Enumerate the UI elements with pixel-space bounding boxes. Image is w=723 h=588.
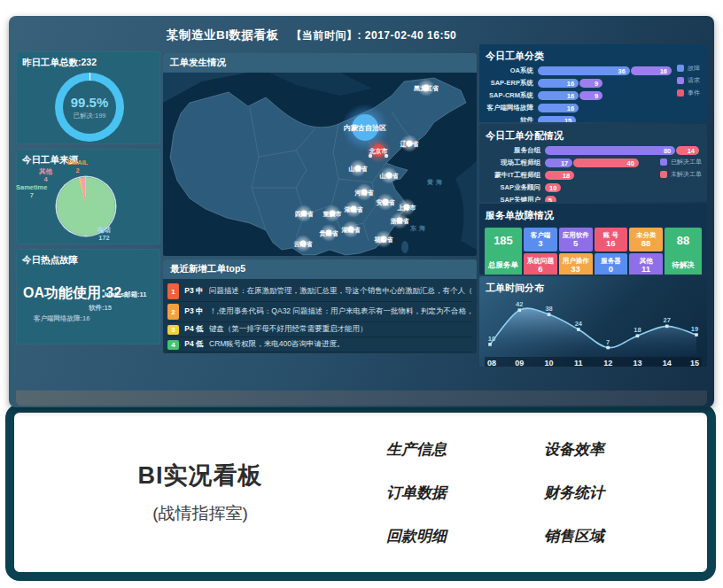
brand-title: BI实况看板 xyxy=(103,460,298,491)
bar-segment-请求: 9 xyxy=(579,79,602,88)
tile-应用软件: 应用软件5 xyxy=(559,228,593,251)
menu-item-order-data[interactable]: 订单数据 xyxy=(386,483,447,503)
legend-item-事件: 事件 xyxy=(677,89,700,97)
top5-priority: P4 低 xyxy=(179,324,209,335)
menu-item-payment-detail[interactable]: 回款明细 xyxy=(386,526,447,546)
map-bubble-label: 湖南省 xyxy=(341,227,362,234)
pie-label-EMAIL: EMAIL2 xyxy=(67,159,88,174)
brand-subtitle: (战情指挥室) xyxy=(103,502,298,525)
bar-track: 1740 xyxy=(545,159,640,167)
dashboard-bottom-bezel xyxy=(16,391,707,406)
bar-track: 10 xyxy=(545,183,562,192)
menu-item-sales-region[interactable]: 销售区域 xyxy=(544,526,604,546)
top5-row: 5P4 低退回或者作废操作。文件编号：175097 询问工程师是否可以处理。 需… xyxy=(167,352,472,353)
legend-item-故障: 故障 xyxy=(677,64,700,73)
tile-服务器: 服务器0 xyxy=(595,253,628,275)
svg-text:42: 42 xyxy=(516,300,523,308)
top5-description: CRM账号权限，来电400咨询申请进度。 xyxy=(209,339,472,350)
svg-text:10: 10 xyxy=(545,359,554,367)
panel-ticket-map: 工单发生情况 xyxy=(163,53,477,256)
bar-segment-故障: 16 xyxy=(538,79,579,88)
hotspot-word: 客户端网络故障:16 xyxy=(34,314,89,323)
tile-cell-value: 0 xyxy=(609,265,613,274)
map-bubble-label: 安徽省 xyxy=(377,198,396,206)
map-bubble-label: 重庆市 xyxy=(323,210,342,218)
svg-text:15: 15 xyxy=(690,359,699,367)
tile-cell-value: 33 xyxy=(571,265,580,274)
current-time-label: 【当前时间】: 2017-02-40 16:50 xyxy=(292,29,457,42)
allocation-legend: 已解决工单未解决工单 xyxy=(660,158,702,179)
footer-card: BI实况看板 (战情指挥室) 生产信息 设备效率 订单数据 财务统计 回款明细 … xyxy=(5,404,716,581)
hotspot-word: Inotes邮箱:11 xyxy=(105,290,147,299)
menu-item-equipment-efficiency[interactable]: 设备效率 xyxy=(544,439,604,460)
middle-column: 工单发生情况 xyxy=(163,53,477,353)
map-bubble-label: 黑龙江省 xyxy=(414,85,439,92)
tile-cell-value: 3 xyxy=(538,239,542,248)
donut-resolved-label: 已解决:199 xyxy=(73,112,105,120)
brand-block: BI实况看板 (战情指挥室) xyxy=(103,460,298,525)
sea-label: 东海 xyxy=(409,224,428,232)
tile-total: 185总服务单 xyxy=(485,228,522,275)
top5-row: 1P3 中问题描述：在原激励管理，激励汇总里，导这个销售中心的激励汇总，有个人（… xyxy=(167,282,472,302)
donut-percent: 99.5% xyxy=(71,95,109,110)
bar-segment-未解决工单: 40 xyxy=(573,159,639,167)
fault-tiles: 185总服务单客户端3应用软件5账 号16未分类88系统问题6用户操作33服务器… xyxy=(485,228,702,275)
dashboard-title-text: 某制造业BI数据看板 xyxy=(167,28,279,42)
bar-segment-故障: 15 xyxy=(538,116,576,122)
panel-yesterday-title: 昨日工单总数:232 xyxy=(16,51,160,71)
pie-slice-value: 2 xyxy=(67,167,88,175)
tile-cell-value: 16 xyxy=(606,239,616,248)
bar-label: 服务台组 xyxy=(485,146,545,155)
top5-row: 2P3 中！,使用事务代码：QA32 问题描述：用户来电表示有一批物料，判定为不… xyxy=(167,302,472,322)
map-bubble-label: 辽宁省 xyxy=(400,140,420,148)
top5-row: 4P4 低CRM账号权限，来电400咨询申请进度。 xyxy=(167,337,472,352)
bar-row-SAP-ERP系统: SAP-ERP系统169 xyxy=(485,77,702,89)
legend-item-请求: 请求 xyxy=(677,76,700,85)
time-area-chart: 1008420938102411712181327141915 xyxy=(485,297,702,367)
panel-top5-title: 最近新增工单top5 xyxy=(163,259,477,279)
top5-description: 键盘（第一排字母不好用经常需要重启才能用） xyxy=(209,324,472,335)
bar-segment-请求: 9 xyxy=(579,91,602,100)
bar-track: 3616 xyxy=(538,66,672,75)
tile-系统问题: 系统问题6 xyxy=(524,253,557,275)
bar-row-SAP-CRM系统: SAP-CRM系统169 xyxy=(485,89,702,102)
panel-time-distribution: 工单时间分布 1008420938102411712181327141915 xyxy=(479,276,707,367)
map-bubble-label: 内蒙古自治区 xyxy=(344,124,386,132)
legend-label: 事件 xyxy=(688,89,700,97)
bar-row-软件: 软件15 xyxy=(485,114,702,122)
bar-segment-故障: 36 xyxy=(538,66,630,75)
top5-row: 3P4 低键盘（第一排字母不好用经常需要重启才能用） xyxy=(167,322,472,337)
tile-grid: 客户端3应用软件5账 号16未分类88系统问题6用户操作33服务器0其他11 xyxy=(524,228,663,275)
legend-item-未解决工单: 未解决工单 xyxy=(660,170,702,179)
bar-label: SAP业务顾问 xyxy=(485,183,545,192)
footer-menu: 生产信息 设备效率 订单数据 财务统计 回款明细 销售区域 xyxy=(386,439,604,546)
dashboard-title: 某制造业BI数据看板【当前时间】: 2017-02-40 16:50 xyxy=(167,27,456,43)
panel-allocation: 今日工单分配情况 服务台组8014现场工程师组1740蒙牛IT工程师组18SAP… xyxy=(479,124,707,202)
tile-客户端: 客户端3 xyxy=(524,228,557,251)
hotspot-word: 软件:15 xyxy=(89,304,112,313)
map-bubble-label: 湖北省 xyxy=(344,206,364,213)
tile-cell-value: 88 xyxy=(641,239,651,248)
bi-dashboard: 某制造业BI数据看板【当前时间】: 2017-02-40 16:50 昨日工单总… xyxy=(9,16,714,407)
menu-item-production-info[interactable]: 生产信息 xyxy=(386,439,447,460)
menu-item-finance-stats[interactable]: 财务统计 xyxy=(544,483,604,503)
legend-label: 故障 xyxy=(688,64,700,73)
svg-text:11: 11 xyxy=(574,359,583,367)
map-foreign-land-2 xyxy=(269,73,372,96)
pie-slice-value: 7 xyxy=(16,192,47,200)
bar-track: 18 xyxy=(545,171,575,180)
bar-row-SAP业务顾问: SAP业务顾问10 xyxy=(485,182,702,194)
bar-row-OA系统: OA系统3616 xyxy=(485,65,702,77)
bar-segment-已解决工单: 17 xyxy=(545,159,572,167)
bar-track: 15 xyxy=(538,116,577,122)
bar-segment-未解决工单: 14 xyxy=(676,146,699,155)
bar-row-服务台组: 服务台组8014 xyxy=(485,144,702,157)
map-bubble-label: 云南省 xyxy=(294,241,314,248)
legend-label: 请求 xyxy=(688,76,700,85)
top5-rank-badge: 1 xyxy=(167,283,179,299)
svg-text:12: 12 xyxy=(603,359,612,367)
map-bubble-label: 四川省 xyxy=(295,211,315,218)
china-map: 黄海东海 黑龙江省内蒙古自治区辽宁省北京市山西省山东省河南省安徽省上海市湖北省四… xyxy=(163,73,477,256)
map-bubble-label: 贵州省 xyxy=(319,229,339,237)
bar-segment-故障: 16 xyxy=(538,91,579,100)
